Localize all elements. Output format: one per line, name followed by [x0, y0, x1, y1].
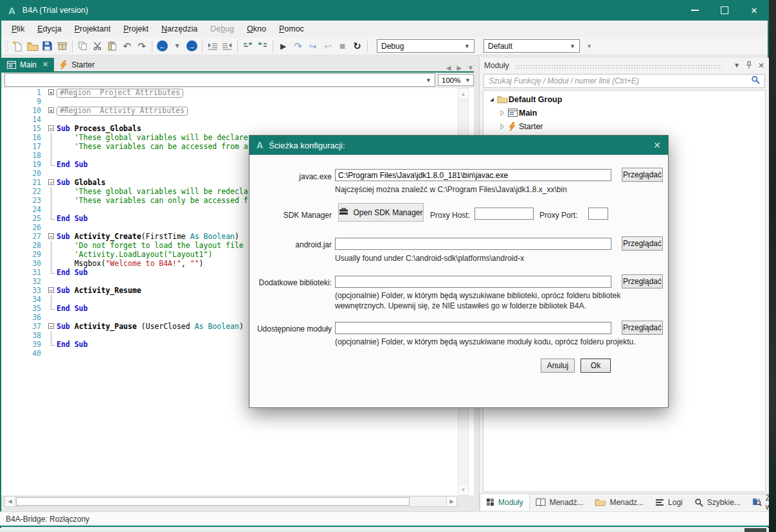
- scrollbar-thumb[interactable]: [16, 497, 410, 506]
- dialog-header: A Ścieżka konfiguracji: ✕: [249, 136, 668, 155]
- cancel-button[interactable]: Anuluj: [541, 359, 575, 373]
- cut-button[interactable]: [90, 39, 105, 53]
- menu-item-edycja[interactable]: Edycja: [31, 22, 68, 36]
- build-configuration-combobox[interactable]: Default▼: [483, 39, 580, 53]
- fold-marker: [48, 97, 57, 106]
- export-package-button[interactable]: [55, 39, 69, 53]
- panel-tab-logi[interactable]: Logi: [649, 494, 689, 510]
- expand-arrow-icon[interactable]: [498, 110, 506, 116]
- tab-close-icon[interactable]: ✕: [42, 60, 48, 69]
- build-configuration-combobox-value: Default: [488, 42, 512, 51]
- proxy-port-input[interactable]: [588, 208, 608, 220]
- proxy-host-input[interactable]: [474, 208, 534, 220]
- ok-button[interactable]: Ok: [581, 359, 611, 373]
- panel-close-icon[interactable]: ✕: [758, 61, 764, 70]
- fold-marker[interactable]: −: [48, 322, 57, 331]
- menu-item-pomoc[interactable]: Pomoc: [273, 22, 311, 36]
- editor-tab-main[interactable]: Main✕: [1, 58, 54, 71]
- panel-tab-menadz[interactable]: Menadz...: [589, 494, 649, 510]
- panel-tab-modu-y[interactable]: Moduły: [480, 494, 530, 510]
- editor-horizontal-scrollbar[interactable]: ◀ ▶: [5, 496, 457, 507]
- additional-libraries-browse-button[interactable]: Przeglądać: [622, 274, 663, 288]
- outdent-button[interactable]: [220, 39, 235, 53]
- toolbar-separator: [72, 40, 73, 52]
- panel-tab-menad[interactable]: Menadż...: [530, 494, 590, 510]
- menu-item-plik[interactable]: Plik: [5, 22, 31, 36]
- copy-button[interactable]: [75, 39, 90, 53]
- collapsed-region[interactable]: #Region Project Attributes: [57, 89, 183, 98]
- code-line: 9: [1, 97, 474, 106]
- tree-item-starter[interactable]: Starter: [483, 120, 765, 133]
- javac-path-input[interactable]: C:\Program Files\Java\jdk1.8.0_181\bin\j…: [335, 169, 611, 181]
- android-jar-input[interactable]: [335, 238, 611, 250]
- uncomment-button[interactable]: [255, 39, 270, 53]
- menu-item-narz-dzia[interactable]: Narzędzia: [155, 22, 204, 36]
- fold-marker[interactable]: +: [48, 88, 57, 97]
- scroll-left-icon[interactable]: ◀: [5, 497, 15, 506]
- undo-button[interactable]: ↶: [120, 39, 134, 53]
- toolbar-drag-handle[interactable]: [5, 40, 8, 52]
- expand-arrow-icon[interactable]: [498, 123, 506, 130]
- member-combobox[interactable]: ▼: [5, 73, 435, 87]
- scroll-down-icon[interactable]: ▼: [458, 484, 468, 495]
- debug-mode-combobox[interactable]: Debug▼: [377, 39, 474, 53]
- javac-browse-button[interactable]: Przeglądać: [622, 168, 663, 182]
- fold-marker[interactable]: −: [48, 178, 57, 187]
- editor-tab-starter[interactable]: Starter: [54, 58, 100, 71]
- fold-marker[interactable]: −: [48, 232, 57, 241]
- redo-button[interactable]: ↷: [134, 39, 149, 53]
- new-project-button[interactable]: [10, 39, 25, 53]
- fold-marker[interactable]: −: [48, 286, 57, 295]
- android-jar-browse-button[interactable]: Przeglądać: [622, 236, 663, 251]
- tree-item-main[interactable]: Main: [483, 106, 765, 120]
- maximize-button[interactable]: [710, 0, 739, 21]
- line-number: 31: [1, 268, 48, 277]
- tabs-scroll-left-icon[interactable]: ◀: [446, 64, 451, 71]
- panel-tab-szybkie[interactable]: Szybkie...: [689, 494, 746, 510]
- close-button[interactable]: ✕: [739, 0, 769, 21]
- minimize-button[interactable]: [680, 0, 710, 21]
- stop-button[interactable]: ■: [335, 39, 350, 53]
- pin-icon[interactable]: [746, 61, 752, 69]
- scroll-right-icon[interactable]: ▶: [446, 497, 456, 506]
- menu-item-projekt[interactable]: Projekt: [117, 22, 155, 36]
- menu-item-debug[interactable]: Debug: [204, 22, 240, 36]
- indent-button[interactable]: [205, 39, 220, 53]
- collapse-arrow-icon[interactable]: [487, 96, 496, 103]
- rebuild-button[interactable]: ↻: [350, 39, 365, 53]
- open-sdk-manager-button[interactable]: Open SDK Manager: [338, 203, 424, 222]
- save-button[interactable]: [40, 39, 55, 53]
- step-into-button[interactable]: ↪: [305, 39, 320, 53]
- fold-marker[interactable]: +: [48, 106, 57, 115]
- line-number: 33: [1, 286, 48, 295]
- toolbar-overflow-button[interactable]: ▼: [586, 43, 592, 49]
- scroll-up-icon[interactable]: ▲: [458, 89, 468, 100]
- menu-item-okno[interactable]: Okno: [240, 22, 273, 36]
- step-over-button[interactable]: ↷: [291, 39, 305, 53]
- open-project-button[interactable]: [25, 39, 40, 53]
- step-out-icon: ↩: [324, 41, 332, 51]
- menu-item-projektant[interactable]: Projektant: [68, 22, 117, 36]
- module-search-input[interactable]: Szukaj Funkcję / Moduł / numer linii (Ct…: [483, 74, 765, 88]
- panel-menu-chevron-icon[interactable]: ▼: [734, 62, 740, 69]
- collapsed-region[interactable]: #Region Activity Attributes: [57, 107, 188, 116]
- navigate-forward-button[interactable]: →: [185, 39, 199, 53]
- history-caret-button[interactable]: ▼: [170, 39, 185, 53]
- tabs-list-icon[interactable]: ▼: [467, 64, 474, 71]
- android-jar-label: android.jar: [256, 240, 332, 249]
- step-out-button[interactable]: ↩: [320, 39, 335, 53]
- comment-button[interactable]: [240, 39, 255, 53]
- fold-marker: [48, 304, 57, 313]
- run-button[interactable]: ▶: [276, 39, 291, 53]
- shared-modules-browse-button[interactable]: Przeglądać: [622, 321, 663, 335]
- tree-item-default-group[interactable]: Default Group: [483, 93, 765, 106]
- dialog-close-icon[interactable]: ✕: [653, 140, 661, 150]
- line-number: 35: [1, 304, 48, 313]
- tabs-scroll-right-icon[interactable]: ▶: [456, 64, 462, 71]
- fold-marker[interactable]: −: [48, 124, 57, 133]
- paste-button[interactable]: [105, 39, 120, 53]
- additional-libraries-input[interactable]: [335, 276, 611, 288]
- shared-modules-input[interactable]: [335, 322, 611, 334]
- navigate-back-button[interactable]: ←: [155, 39, 170, 53]
- zoom-combobox[interactable]: 100% ▼: [438, 74, 474, 86]
